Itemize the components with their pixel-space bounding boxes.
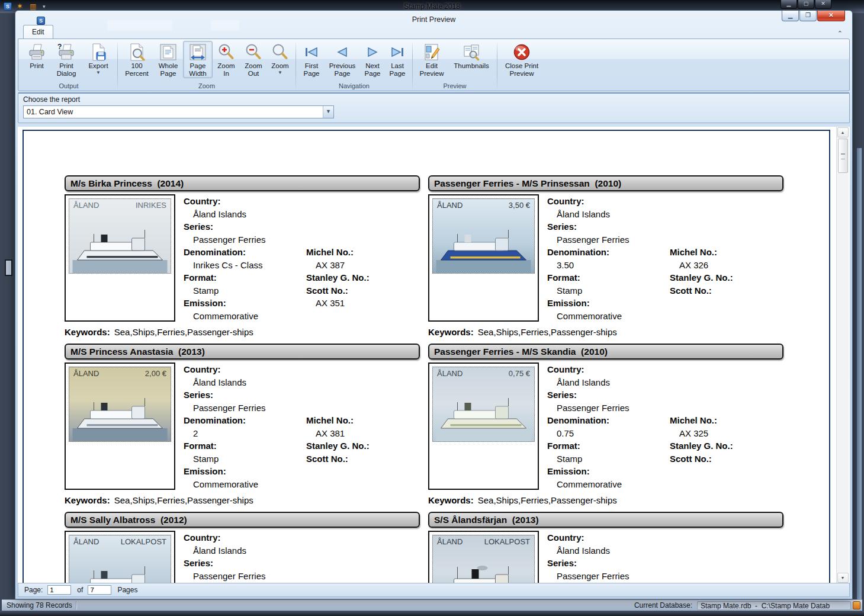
series-label: Series: (547, 220, 670, 233)
scrollbar-thumb[interactable] (838, 139, 848, 173)
michel-label: Michel No.: (670, 414, 776, 427)
background-maximize-button[interactable]: ▢ (798, 0, 814, 9)
keywords-label: Keywords: (428, 327, 474, 337)
card-title: S/S Ålandsfärjan (2013) (434, 515, 539, 525)
tab-edit[interactable]: Edit (23, 25, 53, 38)
group-separator (497, 42, 497, 89)
scott-label: Scott No.: (306, 284, 413, 297)
first-page-button[interactable]: First Page (298, 41, 325, 78)
stanley-label: Stanley G. No.: (306, 271, 413, 284)
page-width-label: Page Width (185, 62, 210, 78)
series-value: Passenger Ferries (547, 402, 670, 415)
status-divider (76, 601, 77, 609)
michel-value: AX 387 (306, 259, 413, 272)
stamp-image: ÅLAND0,75 € (432, 367, 535, 442)
series-label: Series: (184, 389, 306, 402)
background-minimize-button[interactable]: ▁ (781, 0, 797, 9)
close-print-preview-button[interactable]: Close Print Preview (500, 41, 544, 78)
whole-page-label: Whole Page (156, 62, 181, 78)
emission-label: Emission: (184, 465, 306, 478)
stamp-image: ÅLAND3,50 € (432, 198, 535, 274)
stamp-denomination-text: LOKALPOST (121, 537, 166, 546)
series-value: Passenger Ferries (184, 402, 306, 415)
zoom-dropdown-button[interactable]: Zoom ▼ (267, 41, 293, 76)
print-button[interactable]: Print (23, 41, 51, 70)
current-database-label: Current Database: (629, 601, 697, 609)
scroll-down-icon[interactable]: ▼ (837, 573, 849, 583)
last-page-button[interactable]: Last Page (385, 41, 410, 78)
vertical-scrollbar[interactable]: ▲ ▼ (836, 127, 849, 584)
report-chooser-panel: Choose the report 01. Card View ▼ (18, 92, 850, 123)
page-label: Page: (24, 586, 43, 594)
keywords-value: Sea,Ships,Ferries,Passenger-ships (478, 495, 617, 505)
page-number-input[interactable] (47, 585, 71, 595)
country-value: Åland Islands (184, 376, 306, 389)
card-header: Passenger Ferries - M/S Prinsessan (2010… (428, 175, 783, 191)
collapse-ribbon-icon[interactable]: ⌃ (837, 30, 843, 37)
pages-label: Pages (117, 586, 137, 594)
stamp-card: M/S Princess Anastasia (2013) ÅLAND2,00 … (65, 344, 420, 512)
hundred-percent-button[interactable]: 100 Percent (120, 41, 153, 78)
next-page-button[interactable]: Next Page (360, 41, 385, 78)
previous-page-button[interactable]: Previous Page (325, 41, 360, 78)
stamp-image-box: ÅLANDINRIKES (65, 194, 175, 322)
print-button-label: Print (30, 62, 44, 70)
keywords-label: Keywords: (428, 495, 474, 505)
keywords-label: Keywords: (65, 327, 110, 337)
ship-illustration (69, 395, 171, 441)
zoom-out-button[interactable]: Zoom Out (240, 41, 267, 78)
report-page: M/s Birka Princess (2014) ÅLANDINRIKES (23, 130, 830, 584)
group-separator (412, 42, 413, 89)
restore-button[interactable]: ❐ (799, 11, 817, 21)
country-value: Åland Islands (184, 544, 306, 557)
stamp-denomination-text: LOKALPOST (484, 537, 530, 546)
scroll-up-icon[interactable]: ▲ (837, 127, 849, 137)
last-page-label: Last Page (387, 62, 407, 78)
format-label: Format: (184, 439, 306, 453)
window-bottom-border (0, 611, 864, 616)
stamp-denomination-text: INRIKES (136, 201, 166, 210)
stamp-image-box: ÅLAND0,75 € (428, 362, 539, 490)
country-value: Åland Islands (547, 208, 670, 221)
michel-label: Michel No.: (306, 246, 413, 259)
current-database-value: Stamp Mate.rdb - C:\Stamp Mate Datab (697, 601, 851, 610)
stamp-country-text: ÅLAND (437, 369, 462, 378)
series-label: Series: (547, 557, 670, 570)
export-button[interactable]: Export ▼ (82, 41, 115, 76)
format-value: Stamp (547, 284, 670, 297)
michel-value: AX 381 (306, 427, 413, 440)
stanley-label: Stanley G. No.: (306, 439, 413, 453)
page-width-button[interactable]: Page Width (183, 41, 213, 78)
minimize-button[interactable]: ▁ (782, 11, 799, 21)
magnifier-icon (271, 43, 290, 62)
previous-page-icon (333, 43, 352, 62)
whole-page-icon (159, 43, 178, 62)
stamp-image: ÅLANDINRIKES (69, 198, 171, 274)
stamp-denomination-text: 3,50 € (509, 201, 530, 210)
denomination-label: Denomination: (547, 414, 670, 427)
report-combobox[interactable]: 01. Card View ▼ (23, 105, 334, 118)
chevron-down-icon[interactable]: ▼ (323, 106, 333, 118)
close-button[interactable]: ✕ (817, 11, 845, 21)
whole-page-button[interactable]: Whole Page (153, 41, 183, 78)
thumbnails-button[interactable]: Thumbnails (448, 41, 494, 70)
hundred-percent-label: 100 Percent (123, 62, 151, 78)
stamp-country-text: ÅLAND (437, 537, 462, 546)
ship-illustration (69, 563, 171, 584)
edit-preview-button[interactable]: Edit Preview (415, 41, 448, 78)
card-fields: Country: Åland Islands Series: Passenger… (184, 531, 306, 584)
last-page-icon (388, 43, 407, 62)
stamp-country-text: ÅLAND (73, 201, 99, 210)
zoom-in-button[interactable]: Zoom In (213, 41, 240, 78)
emission-value: Commemorative (184, 478, 306, 491)
card-fields: Country: Åland Islands Series: Passenger… (547, 531, 670, 584)
chevron-down-icon: ▼ (278, 70, 282, 75)
close-print-preview-label: Close Print Preview (502, 62, 541, 78)
background-close-button[interactable]: ✕ (815, 0, 831, 9)
country-value: Åland Islands (547, 544, 670, 557)
print-dialog-button[interactable]: ? Print Dialog (51, 41, 82, 78)
card-title: M/S Princess Anastasia (2013) (70, 346, 205, 357)
emission-label: Emission: (547, 465, 670, 478)
country-label: Country: (184, 363, 306, 376)
total-pages-input[interactable] (88, 585, 111, 595)
